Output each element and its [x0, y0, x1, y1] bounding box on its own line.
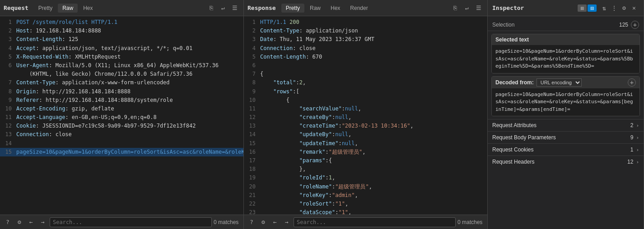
request-code-area[interactable]: 1 POST /system/role/list HTTP/1.1 2 Host…	[0, 16, 243, 215]
settings-icon-inspector[interactable]: ⚙	[619, 3, 629, 13]
request-line-10: 10 Accept-Encoding: gzip, deflate	[0, 105, 243, 113]
tab-hex-response[interactable]: Hex	[326, 4, 345, 13]
chevron-request-headers: ›	[636, 159, 639, 165]
wrap-icon-request[interactable]: ↵	[218, 3, 228, 13]
response-line-17: 17 "params":{	[244, 156, 487, 165]
response-line-9: 9 "rows":[	[244, 87, 487, 96]
tab-pretty-response[interactable]: Pretty	[281, 4, 304, 13]
response-code-area[interactable]: 1 HTTP/1.1 200 2 Content-Type: applicati…	[244, 16, 487, 215]
request-line-6b: (KHTML, like Gecko) Chrome/112.0.0.0 Saf…	[0, 70, 243, 78]
add-selection-btn[interactable]: +	[631, 21, 639, 29]
tab-hex-request[interactable]: Hex	[79, 4, 97, 13]
response-line-8: 8 "total":2,	[244, 78, 487, 87]
tab-raw-request[interactable]: Raw	[58, 4, 78, 13]
filter-icon-inspector[interactable]: ⋮	[609, 3, 619, 13]
request-headers-label: Request Headers	[492, 159, 627, 165]
response-line-15: 15 "updateTime":null,	[244, 139, 487, 148]
response-line-3: 3 Date: Thu, 11 May 2023 13:26:37 GMT	[244, 35, 487, 44]
chevron-request-body-params: ›	[636, 135, 639, 141]
selection-row: Selection 125 +	[488, 19, 644, 31]
match-count-response: 0 matches	[457, 219, 485, 225]
tab-render-response[interactable]: Render	[345, 4, 372, 13]
copy-icon-response[interactable]: ⎘	[450, 3, 460, 13]
response-line-18: 18 },	[244, 165, 487, 174]
decoded-encoding-select[interactable]: URL encoding	[537, 78, 582, 87]
settings-icon-response[interactable]: ⚙	[258, 217, 268, 227]
request-line-6a: 6 User-Agent: Mozilla/5.0 (X11; Linux x8…	[0, 61, 243, 70]
inspector-header: Inspector ▦ ▤ ⇅ ⋮ ⚙ ✕	[488, 0, 644, 16]
request-headers-count: 12	[627, 159, 633, 165]
menu-icon-request[interactable]: ☰	[230, 3, 240, 13]
back-btn-response[interactable]: ←	[270, 217, 280, 227]
selection-label: Selection	[492, 22, 619, 28]
request-attributes-row[interactable]: Request Attributes 2 ›	[488, 119, 644, 131]
response-tabs: Pretty Raw Hex Render	[281, 4, 450, 13]
response-line-23: 23 "dataScope":"1",	[244, 208, 487, 215]
request-header-icons: ⎘ ↵ ☰	[206, 3, 240, 13]
request-line-7: 7 Content-Type: application/x-www-form-u…	[0, 78, 243, 87]
request-bottom-bar: ? ⚙ ← → 0 matches	[0, 215, 243, 229]
request-cookies-row[interactable]: Request Cookies 1 ›	[488, 143, 644, 156]
close-icon-inspector[interactable]: ✕	[629, 3, 639, 13]
tab-raw-response[interactable]: Raw	[305, 4, 325, 13]
response-line-5: 5 Content-Length: 670	[244, 53, 487, 61]
response-line-14: 14 "updateBy":null,	[244, 130, 487, 139]
inspector-panel: Inspector ▦ ▤ ⇅ ⋮ ⚙ ✕ Selection 125 + Se…	[488, 0, 644, 229]
request-attributes-count: 2	[630, 122, 634, 128]
selected-text-section: Selected text pageSize=10&pageNum=1&orde…	[491, 34, 640, 73]
response-line-6: 6	[244, 61, 487, 70]
search-input-response[interactable]	[294, 217, 456, 227]
request-line-2: 2 Host: 192.168.148.184:8888	[0, 27, 243, 35]
response-header: Response Pretty Raw Hex Render ⎘ ↵ ☰	[244, 0, 487, 16]
selected-text-header: Selected text	[492, 34, 639, 45]
request-body-params-row[interactable]: Request Body Parameters 9 ›	[488, 131, 644, 143]
request-line-3: 3 Content-Length: 125	[0, 35, 243, 44]
menu-icon-response[interactable]: ☰	[474, 3, 484, 13]
sort-icon-inspector[interactable]: ⇅	[599, 3, 609, 13]
settings-icon-request[interactable]: ⚙	[14, 217, 24, 227]
response-line-11: 11 "searchValue":null,	[244, 105, 487, 113]
response-panel: Response Pretty Raw Hex Render ⎘ ↵ ☰ 1 H…	[244, 0, 488, 229]
search-input-request[interactable]	[50, 217, 212, 227]
response-line-7: 7 {	[244, 70, 487, 78]
request-attributes-label: Request Attributes	[492, 122, 630, 128]
wrap-icon-response[interactable]: ↵	[462, 3, 472, 13]
tab-pretty-request[interactable]: Pretty	[34, 4, 57, 13]
response-line-21: 21 "roleKey":"admin",	[244, 191, 487, 200]
help-icon-response[interactable]: ?	[247, 217, 257, 227]
forward-btn-request[interactable]: →	[38, 217, 48, 227]
request-panel: Request Pretty Raw Hex ⎘ ↵ ☰ 1 POST /sys…	[0, 0, 244, 229]
response-line-10: 10 {	[244, 96, 487, 105]
response-line-22: 22 "roleSort":"1",	[244, 200, 487, 208]
decoded-header: Decoded from: URL encoding +	[492, 77, 639, 88]
request-headers-row[interactable]: Request Headers 12 ›	[488, 156, 644, 168]
request-cookies-label: Request Cookies	[492, 147, 630, 153]
request-line-11: 11 Accept-Language: en-GB,en-US;q=0.9,en…	[0, 113, 243, 122]
request-line-1: 1 POST /system/role/list HTTP/1.1	[0, 18, 243, 27]
help-icon-request[interactable]: ?	[3, 217, 13, 227]
back-btn-request[interactable]: ←	[26, 217, 36, 227]
request-line-12: 12 Cookie: JSESSIONID=e7c19c58-9a09-4b97…	[0, 122, 243, 130]
request-line-5: 5 X-Requested-With: XMLHttpRequest	[0, 53, 243, 61]
add-decoded-btn[interactable]: +	[628, 78, 636, 87]
decoded-value: pageSize=10&pageNum=1&orderByColumn=role…	[492, 88, 639, 116]
inspector-view-toggle: ▦ ▤	[578, 5, 597, 12]
selected-text-value: pageSize=10&pageNum=1&orderByColumn=role…	[492, 45, 639, 73]
request-line-4: 4 Accept: application/json, text/javascr…	[0, 44, 243, 53]
request-body-params-label: Request Body Parameters	[492, 134, 630, 141]
request-title: Request	[4, 5, 28, 11]
request-body-params-count: 9	[630, 134, 634, 141]
forward-btn-response[interactable]: →	[282, 217, 292, 227]
chevron-request-cookies: ›	[636, 147, 639, 153]
response-line-19: 19 "roleId":1,	[244, 174, 487, 182]
request-line-9: 9 Referer: http://192.168.148.184:8888/s…	[0, 96, 243, 105]
request-tabs: Pretty Raw Hex	[34, 4, 206, 13]
response-line-12: 12 "createBy":null,	[244, 113, 487, 122]
request-header: Request Pretty Raw Hex ⎘ ↵ ☰	[0, 0, 243, 16]
copy-icon-request[interactable]: ⎘	[206, 3, 216, 13]
request-line-14: 14	[0, 139, 243, 148]
decoded-label: Decoded from:	[495, 79, 534, 86]
view-btn-grid[interactable]: ▦	[578, 5, 587, 12]
view-btn-list[interactable]: ▤	[588, 5, 597, 12]
request-line-13: 13 Connection: close	[0, 130, 243, 139]
